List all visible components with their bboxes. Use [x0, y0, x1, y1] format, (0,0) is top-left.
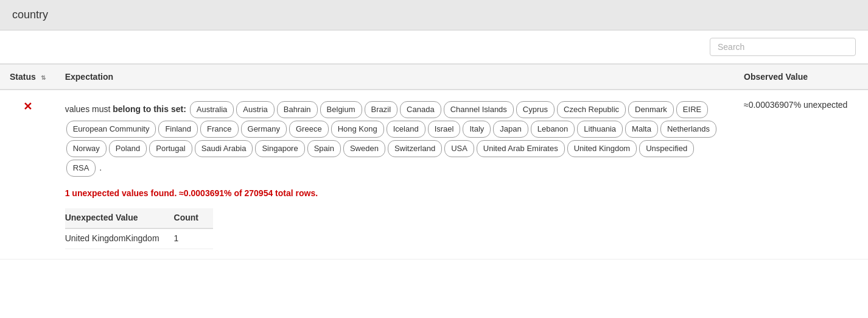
tag-item: Poland	[109, 140, 147, 157]
tag-item: Brazil	[365, 101, 398, 118]
tag-item: United Arab Emirates	[477, 140, 565, 157]
sort-icon-status[interactable]: ⇅	[41, 74, 46, 81]
alert-text: 1 unexpected values found. ≈0.0003691% o…	[65, 186, 724, 201]
tag-item: France	[200, 121, 238, 138]
tag-item: Germany	[241, 121, 287, 138]
observed-cell: ≈0.00036907% unexpected	[734, 90, 868, 259]
tag-item: Belgium	[320, 101, 362, 118]
tag-item: Lebanon	[531, 121, 575, 138]
unexpected-header-row: Unexpected Value Count	[65, 208, 213, 228]
tag-item: Finland	[158, 121, 198, 138]
unexpected-count: 1	[174, 228, 213, 249]
table-row: ✕ values must belong to this set: Austra…	[0, 90, 868, 259]
toolbar	[0, 30, 868, 63]
tag-item: Saudi Arabia	[195, 140, 253, 157]
tag-item: Austria	[236, 101, 274, 118]
tag-item: USA	[444, 140, 474, 157]
tag-item: Malta	[625, 121, 658, 138]
tag-item: Cyprus	[516, 101, 555, 118]
tag-item: Denmark	[628, 101, 674, 118]
unexpected-table: Unexpected Value Count United KingdomKin…	[65, 208, 213, 249]
expectation-cell: values must belong to this set: Australi…	[55, 90, 734, 259]
tag-item: Lithuania	[577, 121, 623, 138]
unexpected-col-header-value: Unexpected Value	[65, 208, 174, 228]
main-table: Status ⇅ Expectation Observed Value ✕ va…	[0, 63, 868, 260]
tag-item: Unspecified	[639, 140, 694, 157]
tag-item: Sweden	[343, 140, 385, 157]
tag-item: Israel	[428, 121, 461, 138]
unexpected-value: United KingdomKingdom	[65, 228, 174, 249]
tag-item: Spain	[307, 140, 341, 157]
tag-item: Bahrain	[277, 101, 318, 118]
tag-item: Australia	[190, 101, 234, 118]
tag-item: Italy	[463, 121, 491, 138]
tag-item: Canada	[400, 101, 441, 118]
col-header-expectation: Expectation	[55, 64, 734, 90]
tag-item: Channel Islands	[444, 101, 514, 118]
page-title: country	[12, 9, 48, 21]
status-cell: ✕	[0, 90, 55, 259]
unexpected-col-header-count: Count	[174, 208, 213, 228]
tag-item: Japan	[493, 121, 528, 138]
tag-item: RSA	[66, 160, 96, 177]
tag-item: EIRE	[676, 101, 708, 118]
tags-container: AustraliaAustriaBahrainBelgiumBrazilCana…	[65, 104, 718, 172]
tag-item: Portugal	[149, 140, 192, 157]
tag-intro-text: values must belong to this set:	[65, 104, 189, 114]
col-header-observed: Observed Value	[734, 64, 868, 90]
tag-item: Switzerland	[388, 140, 442, 157]
tag-period: .	[99, 163, 102, 172]
search-input[interactable]	[710, 38, 856, 56]
tag-item: Czech Republic	[557, 101, 626, 118]
tag-item: Norway	[66, 140, 107, 157]
table-header-row: Status ⇅ Expectation Observed Value	[0, 64, 868, 90]
error-icon: ✕	[23, 101, 32, 113]
tag-item: Greece	[289, 121, 329, 138]
tag-item: Iceland	[387, 121, 425, 138]
tag-item: European Community	[66, 121, 156, 138]
tag-item: Hong Kong	[331, 121, 384, 138]
col-header-status[interactable]: Status ⇅	[0, 64, 55, 90]
page-title-bar: country	[0, 0, 868, 30]
unexpected-row: United KingdomKingdom1	[65, 228, 213, 249]
tag-item: United Kingdom	[567, 140, 637, 157]
tag-item: Netherlands	[660, 121, 716, 138]
tag-item: Singapore	[255, 140, 304, 157]
